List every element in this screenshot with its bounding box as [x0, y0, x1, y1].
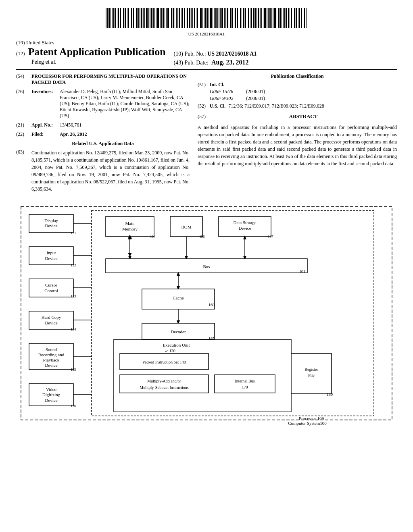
svg-rect-83 [242, 8, 242, 28]
pub-type-num: (12) [16, 50, 25, 57]
svg-rect-94 [260, 8, 261, 28]
svg-rect-98 [267, 8, 267, 28]
filed-field: (22) Filed: Apr. 26, 2012 [16, 131, 190, 137]
svg-rect-108 [283, 8, 284, 28]
svg-rect-81 [239, 8, 239, 28]
svg-rect-103 [274, 8, 276, 28]
pub-date-line: (43) Pub. Date: Aug. 23, 2012 [174, 59, 397, 66]
svg-rect-21 [140, 8, 140, 28]
svg-rect-19 [136, 8, 138, 28]
svg-rect-39 [170, 8, 170, 28]
hard-copy-num: 124 [71, 327, 76, 331]
filed-num: (22) [16, 131, 31, 137]
bus-num: 101 [299, 269, 305, 274]
barcode-area [16, 8, 397, 30]
svg-rect-73 [225, 8, 226, 28]
svg-rect-59 [202, 8, 203, 28]
appl-value: 13/456,761 [60, 122, 190, 128]
display-device-label: Display [44, 218, 58, 223]
svg-rect-58 [200, 8, 202, 28]
svg-rect-86 [247, 8, 247, 28]
country-label: (19) United States [16, 39, 166, 46]
svg-rect-18 [135, 8, 135, 28]
pub-number-top: US 20120216018A1 [16, 31, 397, 36]
svg-rect-74 [227, 8, 228, 28]
page: US 20120216018A1 (19) United States (12)… [0, 0, 413, 532]
publication-classification: Publication Classification (51) Int. Cl.… [198, 73, 397, 109]
svg-rect-46 [181, 8, 181, 28]
svg-rect-64 [210, 8, 212, 28]
svg-rect-110 [286, 8, 287, 28]
data-storage-num: 107 [268, 235, 273, 239]
decoder-num: 165 [209, 337, 215, 341]
left-header: (19) United States (12) Patent Applicati… [16, 39, 174, 65]
svg-rect-50 [187, 8, 188, 28]
svg-rect-14 [128, 8, 129, 28]
svg-rect-72 [224, 8, 225, 28]
svg-rect-61 [205, 8, 206, 28]
title-field: (54) PROCESSOR FOR PERFORMING MULTIPLY-A… [16, 73, 190, 85]
svg-rect-16 [131, 8, 132, 28]
sound-label2: Recording and [38, 352, 65, 357]
svg-rect-24 [144, 8, 145, 28]
filed-label: Filed: [31, 131, 60, 137]
svg-rect-77 [232, 8, 233, 28]
packed-instruction-label: Packed Instruction Set 140 [142, 360, 186, 364]
svg-rect-12 [125, 8, 126, 28]
svg-rect-118 [299, 8, 300, 28]
svg-rect-93 [258, 8, 259, 28]
svg-rect-100 [269, 8, 271, 28]
input-device-label: Input [46, 250, 56, 255]
continuation-content: Continuation of application No. 12/409,2… [31, 149, 190, 193]
svg-rect-47 [182, 8, 183, 28]
int-cl-content: Int. Cl. G06F 15/76 (2006.01) G06F 9/302… [210, 82, 397, 102]
computer-system-label: Computer System100 [288, 421, 327, 426]
pub-no-value: US 2012/0216018 A1 [207, 51, 257, 57]
internal-bus-label1: Internal Bus [235, 379, 254, 383]
register-file-label2: File [308, 373, 315, 378]
svg-rect-27 [150, 8, 150, 28]
int-cl-year-1: (2006.01) [246, 89, 265, 95]
system-diagram: Display Device 121 Input Device 122 Curs… [17, 202, 396, 428]
abstract-title: ABSTRACT [210, 113, 397, 120]
svg-rect-67 [215, 8, 217, 28]
inventors-label: Inventors: [31, 89, 60, 119]
sound-num: 125 [71, 368, 76, 372]
header-divider [16, 69, 397, 70]
appl-num: (21) [16, 122, 31, 128]
svg-rect-114 [293, 8, 293, 28]
abstract-num: (57) [198, 114, 210, 120]
svg-rect-99 [268, 8, 269, 28]
int-cl-num: (51) [198, 82, 210, 102]
hard-copy-label: Hard Copy [42, 315, 61, 320]
internal-bus-label2: 170 [242, 385, 248, 389]
cache-label: Cache [173, 295, 184, 300]
us-cl-row: (52) U.S. Cl. 712/36; 712/E09.017; 712/E… [198, 103, 397, 109]
svg-rect-0 [106, 8, 106, 28]
bus-label: Bus [203, 264, 210, 269]
sound-label4: Device [45, 363, 57, 368]
svg-rect-26 [148, 8, 149, 28]
diagram-container: Display Device 121 Input Device 122 Curs… [16, 202, 397, 428]
svg-rect-68 [217, 8, 218, 28]
pub-no-label: (10) Pub. No.: [174, 51, 206, 57]
input-device-num: 122 [71, 263, 76, 267]
svg-rect-13 [127, 8, 127, 28]
svg-rect-4 [112, 8, 113, 28]
right-column: Publication Classification (51) Int. Cl.… [198, 73, 397, 196]
svg-rect-84 [243, 8, 244, 28]
svg-rect-121 [304, 8, 305, 28]
body-columns: (54) PROCESSOR FOR PERFORMING MULTIPLY-A… [16, 73, 397, 196]
svg-rect-48 [184, 8, 185, 28]
right-header: (10) Pub. No.: US 2012/0216018 A1 (43) P… [174, 39, 397, 66]
abstract-section: (57) ABSTRACT A method and apparatus for… [198, 113, 397, 167]
svg-rect-89 [251, 8, 252, 28]
svg-rect-37 [166, 8, 167, 28]
decoder-label: Decoder [171, 329, 186, 334]
video-label2: Digitizing [42, 392, 60, 397]
svg-rect-76 [230, 8, 231, 28]
svg-rect-15 [130, 8, 130, 28]
svg-rect-85 [245, 8, 246, 28]
svg-rect-9 [120, 8, 121, 28]
register-file-label1: Register [305, 367, 318, 372]
